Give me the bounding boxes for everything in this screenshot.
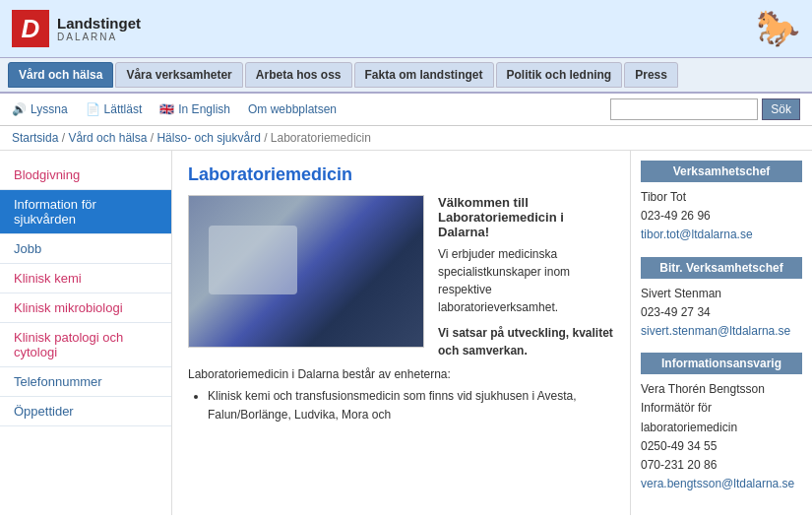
logo-area: D Landstinget DALARNA: [12, 10, 141, 47]
sidebar-item-klinisk-kemi[interactable]: Klinisk kemi: [0, 264, 171, 293]
info-name: Vera Thorén Bengtsson: [641, 380, 802, 399]
breadcrumb: Startsida / Vård och hälsa / Hälso- och …: [0, 126, 812, 151]
lattlast-label: Lättläst: [104, 102, 143, 116]
informationsansvarig-box: Informationsansvarig Vera Thorén Bengtss…: [641, 353, 802, 493]
sidebar-item-oppettider[interactable]: Öppettider: [0, 397, 171, 426]
content-body: Välkommen till Laboratoriemedicin i Dala…: [188, 195, 614, 427]
om-webbplatsen-label: Om webbplatsen: [248, 102, 337, 116]
verksamhetschef-name: Tibor Tot: [641, 188, 802, 207]
search-button[interactable]: Sök: [762, 98, 800, 120]
info-phone1: 0250-49 34 55: [641, 437, 802, 456]
sidebar-item-telefonnummer[interactable]: Telefonnummer: [0, 367, 171, 397]
nav-item-vard[interactable]: Vård och hälsa: [8, 62, 113, 88]
lattlast-icon: 📄: [86, 102, 100, 116]
breadcrumb-sep3: /: [264, 131, 271, 145]
om-webbplatsen-link[interactable]: Om webbplatsen: [248, 102, 337, 116]
lyssna-link[interactable]: 🔊 Lyssna: [12, 102, 68, 116]
flag-icon: 🇬🇧: [159, 102, 174, 116]
breadcrumb-current: Laboratoriemedicin: [271, 131, 371, 145]
bitr-content: Sivert Stenman 023-49 27 34 sivert.stenm…: [641, 285, 802, 342]
logo-text: Landstinget DALARNA: [57, 15, 141, 42]
sidebar: Blodgivning Information för sjukvården J…: [0, 151, 172, 515]
logo-name: Landstinget: [57, 15, 141, 32]
breadcrumb-startsida[interactable]: Startsida: [12, 131, 58, 145]
list-item-1: Klinisk kemi och transfusionsmedicin som…: [208, 387, 614, 424]
nav-item-fakta[interactable]: Fakta om landstinget: [354, 62, 494, 88]
search-area: Sök: [610, 98, 800, 120]
lattlast-link[interactable]: 📄 Lättläst: [86, 102, 143, 116]
bitr-email[interactable]: sivert.stenman@ltdalarna.se: [641, 324, 790, 338]
list-intro: Laboratoriemedicin i Dalarna består av e…: [188, 367, 614, 381]
sidebar-item-information[interactable]: Information för sjukvården: [0, 190, 171, 234]
right-panel: Verksamhetschef Tibor Tot 023-49 26 96 t…: [630, 151, 812, 515]
bitr-verksamhetschef-box: Bitr. Verksamhetschef Sivert Stenman 023…: [641, 257, 802, 342]
nav-item-verksamheter[interactable]: Våra verksamheter: [115, 62, 242, 88]
logo-box: D: [12, 10, 49, 47]
verksamhetschef-box: Verksamhetschef Tibor Tot 023-49 26 96 t…: [641, 161, 802, 245]
search-input[interactable]: [610, 98, 758, 120]
english-link[interactable]: 🇬🇧 In English: [159, 102, 230, 116]
bitr-phone: 023-49 27 34: [641, 303, 802, 322]
nav-item-politik[interactable]: Politik och ledning: [496, 62, 623, 88]
nav-item-press[interactable]: Press: [624, 62, 678, 88]
info-phone2: 070-231 20 86: [641, 456, 802, 475]
nav-bar: Vård och hälsa Våra verksamheter Arbeta …: [0, 58, 812, 94]
sidebar-item-jobb[interactable]: Jobb: [0, 234, 171, 264]
informationsansvarig-content: Vera Thorén Bengtsson Informätör för lab…: [641, 380, 802, 493]
bitr-title: Bitr. Verksamhetschef: [641, 257, 802, 279]
english-label: In English: [178, 102, 230, 116]
informationsansvarig-title: Informationsansvarig: [641, 353, 802, 374]
bullet-list: Klinisk kemi och transfusionsmedicin som…: [188, 387, 614, 424]
sidebar-item-klinisk-patologi[interactable]: Klinisk patologi och cytologi: [0, 323, 171, 367]
bitr-name: Sivert Stenman: [641, 285, 802, 303]
info-role: Informätör för laboratoriemedicin: [641, 399, 802, 436]
page-title: Laboratoriemedicin: [188, 164, 614, 185]
welcome-para2-bold: Vi satsar på utveckling, kvalitet och sa…: [438, 326, 613, 358]
sidebar-item-blodgivning[interactable]: Blodgivning: [0, 161, 171, 190]
lyssna-label: Lyssna: [31, 102, 68, 116]
sidebar-item-klinisk-mikrobiologi[interactable]: Klinisk mikrobiologi: [0, 293, 171, 323]
verksamhetschef-email[interactable]: tibor.tot@ltdalarna.se: [641, 228, 753, 241]
lab-image: [188, 195, 424, 348]
verksamhetschef-phone: 023-49 26 96: [641, 207, 802, 226]
info-email[interactable]: vera.bengtsson@ltdalarna.se: [641, 477, 794, 490]
verksamhetschef-content: Tibor Tot 023-49 26 96 tibor.tot@ltdalar…: [641, 188, 802, 245]
listen-icon: 🔊: [12, 102, 27, 116]
verksamhetschef-title: Verksamhetschef: [641, 161, 802, 182]
header: D Landstinget DALARNA 🐎: [0, 0, 812, 58]
content-area: Laboratoriemedicin Välkommen till Labora…: [172, 151, 630, 515]
logo-d-letter: D: [22, 14, 40, 44]
breadcrumb-vard[interactable]: Vård och hälsa: [68, 131, 147, 145]
main-layout: Blodgivning Information för sjukvården J…: [0, 151, 812, 515]
breadcrumb-halso[interactable]: Hälso- och sjukvård: [156, 131, 260, 145]
dalarna-horse-icon: 🐎: [756, 8, 800, 49]
logo-sub: DALARNA: [57, 32, 141, 42]
toolbar: 🔊 Lyssna 📄 Lättläst 🇬🇧 In English Om web…: [0, 94, 812, 126]
nav-item-arbeta[interactable]: Arbeta hos oss: [245, 62, 352, 88]
